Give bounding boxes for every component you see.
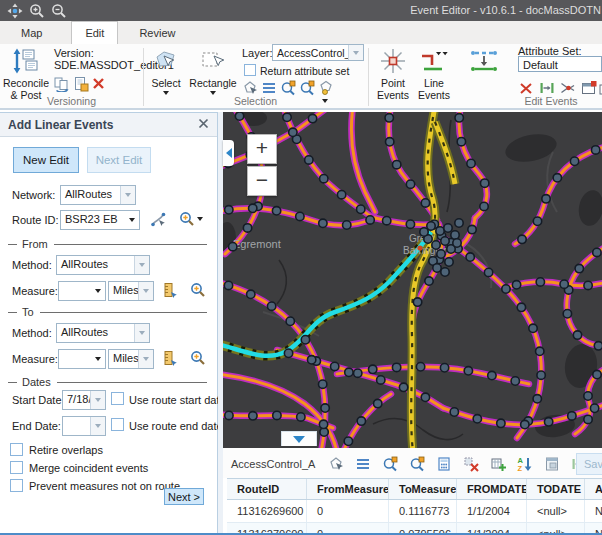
route-id-caret-button <box>124 211 139 229</box>
event-attributes-window-icon[interactable] <box>581 80 597 96</box>
use-route-start-date-checkbox[interactable] <box>111 392 124 405</box>
line-events-icon <box>419 47 449 75</box>
selection-list-icon[interactable] <box>261 80 277 96</box>
select-features-icon[interactable] <box>328 456 344 472</box>
to-units-combobox[interactable]: Miles <box>108 349 154 369</box>
cascade-windows-icon[interactable] <box>598 80 602 96</box>
start-date-combobox[interactable]: 7/18/ <box>62 390 106 410</box>
add-record-icon[interactable] <box>490 456 506 472</box>
point-events-icon <box>380 47 406 75</box>
route-zoom-icon[interactable] <box>179 211 195 227</box>
zoom-in-icon[interactable] <box>28 3 45 19</box>
to-measure-zoom-icon[interactable] <box>190 350 206 366</box>
selection-group-label: Selection <box>146 95 365 107</box>
to-method-combobox[interactable]: AllRoutes <box>56 323 150 343</box>
pan-to-selection-icon[interactable] <box>409 456 425 472</box>
save-button[interactable]: Save <box>576 453 602 475</box>
column-header[interactable]: FROMDATE <box>457 479 527 499</box>
table-row[interactable]: 1131627060000.07955961/1/2004<null>No <box>227 523 602 535</box>
table-cell: 11316270600 <box>227 523 307 535</box>
field-calculator-icon[interactable] <box>436 456 452 472</box>
table-cell: No <box>585 500 602 522</box>
start-date-caret-button <box>90 391 105 409</box>
measure-offset-icon[interactable] <box>539 80 555 96</box>
zoom-to-selection-icon[interactable] <box>280 80 296 96</box>
open-form-icon[interactable] <box>544 456 560 472</box>
select-features-icon[interactable] <box>242 80 258 96</box>
show-selected-records-icon[interactable] <box>355 456 371 472</box>
line-events-button[interactable]: Line Events <box>414 46 454 104</box>
zoom-to-selection-icon[interactable] <box>382 456 398 472</box>
retire-overlaps-label: Retire overlaps <box>29 444 103 456</box>
collapse-grid-button[interactable] <box>281 431 317 446</box>
to-method-value: AllRoutes <box>57 324 134 342</box>
from-measure-label: Measure: <box>12 285 58 297</box>
to-measure-combobox[interactable] <box>58 349 106 369</box>
map-canvas[interactable]: Egremont Great Barrington <box>223 112 602 448</box>
pan-icon[interactable] <box>6 3 23 19</box>
close-icon[interactable] <box>198 118 209 131</box>
column-header[interactable]: ACCESS <box>585 479 602 499</box>
attribute-set-combobox[interactable]: Default <box>518 56 602 72</box>
column-header[interactable]: FromMeasure <box>307 479 389 499</box>
route-zoom-caret[interactable] <box>197 217 203 221</box>
zoom-out-icon[interactable] <box>50 3 67 19</box>
map-zoom-in-button[interactable]: + <box>247 134 277 164</box>
selection-options-icon[interactable] <box>318 80 334 96</box>
from-units-value: Miles <box>109 282 138 300</box>
column-header[interactable]: RouteID <box>227 479 307 499</box>
from-measure-zoom-icon[interactable] <box>190 282 206 298</box>
route-id-combobox[interactable]: BSR23 EB <box>60 210 140 230</box>
pick-route-icon[interactable] <box>150 211 167 228</box>
merge-coincident-checkbox[interactable] <box>10 461 23 474</box>
from-method-combobox[interactable]: AllRoutes <box>56 255 150 275</box>
tab-edit[interactable]: Edit <box>71 21 118 44</box>
chevron-down-icon <box>293 436 305 443</box>
column-header[interactable]: TODATE <box>527 479 585 499</box>
return-attribute-set-checkbox[interactable] <box>244 64 256 76</box>
compare-versions-icon[interactable] <box>54 76 70 92</box>
network-combobox[interactable]: AllRoutes <box>60 185 136 205</box>
from-measure-ruler-icon[interactable] <box>161 282 178 299</box>
end-date-combobox[interactable] <box>62 416 106 436</box>
network-value: AllRoutes <box>61 186 120 204</box>
sort-icon[interactable]: A Z <box>517 456 533 472</box>
new-version-icon[interactable] <box>73 76 89 92</box>
table-row[interactable]: 1131626960000.11167731/1/2004<null>No <box>227 500 602 523</box>
use-route-end-date-label: Use route end date <box>129 420 223 432</box>
merge-events-icon[interactable] <box>560 80 576 96</box>
clear-selection-icon[interactable] <box>463 456 479 472</box>
point-events-button[interactable]: Point Events <box>372 46 414 104</box>
from-method-caret-button <box>134 256 149 274</box>
panel-title: Add Linear Events <box>8 118 198 132</box>
dates-section-label: Dates <box>22 376 51 388</box>
split-event-icon[interactable] <box>518 80 534 96</box>
prevent-measures-checkbox[interactable] <box>10 479 23 492</box>
tab-review[interactable]: Review <box>126 22 188 44</box>
to-section-separator: To <box>8 305 207 319</box>
collapse-panel-button[interactable] <box>223 140 234 166</box>
to-method-caret-button <box>134 324 149 342</box>
group-separator <box>143 48 144 106</box>
from-measure-combobox[interactable] <box>58 281 106 301</box>
pan-to-selection-icon[interactable] <box>299 80 315 96</box>
grid-toolbar: AccessControl_A <box>223 450 602 478</box>
end-date-caret-button <box>90 417 105 435</box>
to-measure-ruler-icon[interactable] <box>161 350 178 367</box>
new-edit-button[interactable]: New Edit <box>13 147 79 173</box>
next-button[interactable]: Next > <box>164 488 204 505</box>
from-units-combobox[interactable]: Miles <box>108 281 154 301</box>
to-method-label: Method: <box>12 327 52 339</box>
rectangle-tool-icon <box>200 47 226 75</box>
line-events-label: Line Events <box>414 77 454 101</box>
retire-overlaps-checkbox[interactable] <box>10 443 23 456</box>
use-route-end-date-checkbox[interactable] <box>111 418 124 431</box>
map-zoom-out-button[interactable]: − <box>247 166 277 196</box>
delete-version-icon[interactable] <box>92 77 105 90</box>
route-id-value: BSR23 EB <box>61 211 124 229</box>
tab-map[interactable]: Map <box>8 22 55 44</box>
column-header[interactable]: ToMeasure <box>389 479 457 499</box>
ribbon: Reconcile & Post Version: SDE.MASSDOT_ed… <box>0 44 602 110</box>
next-edit-button[interactable]: Next Edit <box>87 147 151 173</box>
layer-combobox[interactable]: AccessControl_A <box>272 44 364 61</box>
